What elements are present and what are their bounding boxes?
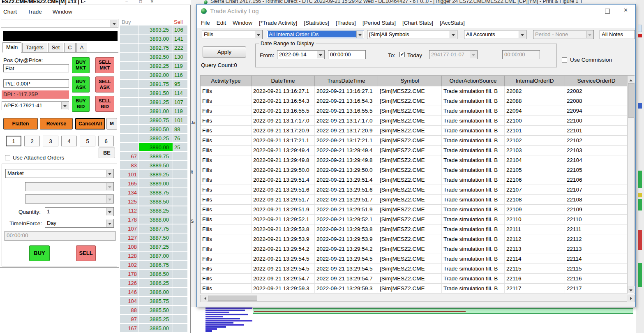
- ladder-price-cell[interactable]: 3887.50: [139, 234, 173, 242]
- table-row[interactable]: Fills2022-09-21 13:29:52.12022-09-21 13:…: [201, 215, 634, 224]
- ladder-price-cell[interactable]: 3886.25: [139, 279, 173, 287]
- ladder-price-cell[interactable]: 3886.00: [139, 288, 173, 296]
- ladder-price-cell[interactable]: 3887.75: [139, 224, 173, 233]
- scroll-thumb[interactable]: [628, 83, 634, 118]
- ladder-sell-cell[interactable]: 119: [173, 107, 188, 116]
- tal-menu-item[interactable]: Window: [233, 20, 252, 26]
- ladder-buy-cell[interactable]: 126: [120, 279, 139, 287]
- table-row[interactable]: Fills2022-09-21 13:17:21.12022-09-21 13:…: [201, 136, 634, 146]
- ladder-price-cell[interactable]: 3892.25: [139, 62, 173, 70]
- dom-menu-chart[interactable]: Chart: [3, 9, 17, 15]
- ladder-price-cell[interactable]: 3888.75: [139, 188, 173, 197]
- ladder-price-cell[interactable]: 3889.25: [139, 170, 173, 179]
- table-row[interactable]: Fills2022-09-21 13:29:50.02022-09-21 13:…: [201, 165, 634, 175]
- apply-button[interactable]: Apply: [203, 46, 246, 58]
- symbol-combo[interactable]: [1, 19, 118, 28]
- table-row[interactable]: Fills2022-09-21 13:17:17.02022-09-21 13:…: [201, 116, 634, 126]
- ladder-price-cell[interactable]: 3885.75: [139, 297, 173, 305]
- column-header-orderactionsource[interactable]: OrderActionSource: [442, 76, 505, 86]
- tal-menu-item[interactable]: [Trades]: [336, 20, 356, 26]
- scroll-left-icon[interactable]: [201, 295, 208, 302]
- ladder-sell-cell[interactable]: [173, 261, 188, 269]
- ladder-sell-cell[interactable]: [173, 279, 188, 287]
- ladder-price-cell[interactable]: 3886.75: [139, 261, 173, 269]
- ladder-buy-cell[interactable]: [120, 44, 139, 52]
- minimize-button[interactable]: [579, 5, 598, 17]
- sell-mkt-button[interactable]: SELL MKT: [95, 57, 114, 73]
- ladder-buy-cell[interactable]: 112: [120, 206, 139, 215]
- tal-menu-item[interactable]: [AccStats]: [440, 20, 465, 26]
- sell-ask-button[interactable]: SELL ASK: [95, 76, 114, 92]
- ladder-sell-cell[interactable]: [173, 206, 188, 215]
- ladder-buy-cell[interactable]: 128: [120, 252, 139, 260]
- ladder-buy-cell[interactable]: [120, 80, 139, 88]
- ladder-buy-cell[interactable]: [120, 89, 139, 97]
- ladder-sell-cell[interactable]: 130: [173, 53, 188, 61]
- accounts-combo[interactable]: All Accounts: [464, 30, 526, 39]
- ladder-buy-cell[interactable]: 167: [120, 324, 139, 333]
- ladder-sell-cell[interactable]: 114: [173, 89, 188, 97]
- dom-menu-trade[interactable]: Trade: [28, 9, 42, 15]
- ladder-sell-cell[interactable]: 101: [173, 116, 188, 125]
- ladder-buy-cell[interactable]: 104: [120, 297, 139, 305]
- ladder-sell-cell[interactable]: [173, 179, 188, 188]
- table-row[interactable]: Fills2022-09-21 13:29:54.22022-09-21 13:…: [201, 244, 634, 254]
- qty-preset-5[interactable]: 5: [80, 136, 95, 146]
- account-combo[interactable]: APEX-17921-41: [2, 101, 69, 110]
- ladder-buy-cell[interactable]: 67: [120, 152, 139, 161]
- ladder-buy-cell[interactable]: [120, 25, 139, 34]
- ladder-buy-cell[interactable]: [120, 62, 139, 70]
- ladder-price-cell[interactable]: 3891.25: [139, 98, 173, 106]
- ladder-price-cell[interactable]: 3892.75: [139, 44, 173, 52]
- m-button[interactable]: M: [106, 118, 117, 130]
- ladder-sell-cell[interactable]: 95: [173, 80, 188, 88]
- scroll-thumb[interactable]: [638, 25, 642, 32]
- ladder-buy-cell[interactable]: 101: [120, 170, 139, 179]
- ladder-price-cell[interactable]: 3885.00: [139, 324, 173, 333]
- from-time-field[interactable]: 00:00:00: [328, 50, 366, 59]
- notes-combo[interactable]: All Notes: [600, 30, 635, 39]
- tab-targets[interactable]: Targets: [22, 43, 47, 52]
- from-date-combo[interactable]: 2022-09-14: [277, 50, 325, 59]
- scroll-down-icon[interactable]: [628, 286, 635, 293]
- sell-bid-button[interactable]: SELL BID: [95, 96, 114, 112]
- table-row[interactable]: Fills2022-09-21 13:29:51.62022-09-21 13:…: [201, 185, 634, 195]
- column-header-transdatetime[interactable]: TransDateTime: [315, 76, 378, 86]
- use-attached-orders-checkbox[interactable]: [5, 155, 10, 160]
- ladder-sell-cell[interactable]: 116: [173, 71, 188, 79]
- tab-set[interactable]: Set: [48, 43, 64, 52]
- column-header-internalorderid[interactable]: InternalOrderID: [505, 76, 565, 86]
- ladder-buy-cell[interactable]: 146: [120, 288, 139, 296]
- ladder-buy-cell[interactable]: [120, 116, 139, 125]
- ladder-buy-cell[interactable]: [120, 98, 139, 106]
- qty-preset-2[interactable]: 2: [24, 136, 40, 146]
- ladder-price-cell[interactable]: 3890.00: [139, 143, 173, 152]
- ladder-buy-cell[interactable]: 107: [120, 224, 139, 233]
- buy-bid-button[interactable]: BUY BID: [72, 96, 90, 112]
- table-row[interactable]: Fills2022-09-21 13:29:51.72022-09-21 13:…: [201, 195, 634, 205]
- ladder-buy-cell[interactable]: [120, 107, 139, 116]
- buy-column-header[interactable]: Buy: [122, 19, 131, 25]
- pos-qty-field[interactable]: Flat: [3, 64, 69, 72]
- order-type-combo[interactable]: Market: [5, 169, 114, 178]
- table-row[interactable]: Fills2022-09-21 13:29:51.42022-09-21 13:…: [201, 175, 634, 185]
- ladder-buy-cell[interactable]: 178: [120, 215, 139, 224]
- ladder-buy-cell[interactable]: 108: [120, 243, 139, 251]
- maximize-button[interactable]: [598, 5, 616, 17]
- table-row[interactable]: Fills2022-09-21 13:29:54.52022-09-21 13:…: [201, 264, 634, 274]
- column-header-serviceorderid[interactable]: ServiceOrderID: [565, 76, 628, 86]
- ladder-buy-cell[interactable]: 127: [120, 234, 139, 242]
- ladder-price-cell[interactable]: 3893.25: [139, 25, 173, 34]
- tal-menu-item[interactable]: [Chart Stats]: [402, 20, 433, 26]
- sell-column-header[interactable]: Sell: [174, 19, 183, 25]
- ladder-sell-cell[interactable]: [173, 215, 188, 224]
- close-button[interactable]: [616, 5, 635, 17]
- column-header-activitytype[interactable]: ActivityType: [201, 76, 252, 86]
- column-header-symbol[interactable]: Symbol: [378, 76, 442, 86]
- ladder-sell-cell[interactable]: [173, 306, 188, 314]
- table-row[interactable]: Fills2022-09-21 13:16:54.32022-09-21 13:…: [201, 96, 634, 106]
- minimize-icon[interactable]: –: [122, 0, 132, 4]
- table-row[interactable]: Fills2022-09-21 13:16:55.52022-09-21 13:…: [201, 106, 634, 116]
- ladder-buy-cell[interactable]: [120, 125, 139, 134]
- ladder-price-cell[interactable]: 3889.50: [139, 161, 173, 170]
